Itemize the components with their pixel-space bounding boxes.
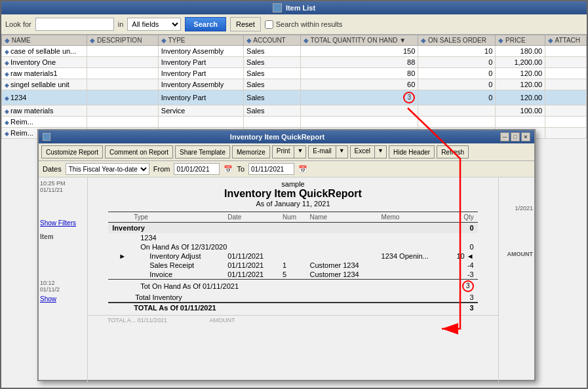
cell-type: Inventory Part [158,68,243,79]
dates-period-select[interactable]: This Fiscal Year-to-date This Month Cust… [66,163,149,175]
show-label: Show [40,295,86,303]
email-dropdown-arrow[interactable]: ▼ [336,146,347,158]
cell-account: Sales [244,46,301,57]
from-label: From [153,165,170,173]
tot-qty-circled: 3 [462,280,474,292]
invoice-type: Invoice [130,270,224,280]
cell-sales-order: 0 [418,90,496,105]
cell-sales-order [418,105,496,117]
table-row[interactable]: ◆1234 Inventory Part Sales 3 0 120.00 [2,90,587,105]
modal-toolbar: Customize Report Comment on Report Share… [39,143,534,161]
main-window: Item List Look for in All fields Name De… [0,0,588,389]
cell-qty: 80 [300,68,418,79]
adjust-memo: 1234 Openin... [378,251,446,261]
cell-type: Service [158,105,243,117]
grand-total-row: TOTAL As Of 01/11/2021 3 [108,303,477,312]
adjust-type: Inventory Adjust [130,251,224,261]
print-dropdown-arrow[interactable]: ▼ [294,146,305,158]
in-label: in [118,20,124,28]
search-within-checkbox[interactable] [265,20,273,29]
share-template-button[interactable]: Share Template [175,145,230,158]
email-split-button: E-mail ▼ [308,145,347,158]
cell-name: ◆1234 [2,90,87,105]
close-button[interactable]: × [521,132,530,141]
from-date-input[interactable] [174,163,220,175]
sales-receipt-type: Sales Receipt [130,261,224,270]
cell-attach [545,79,587,90]
adjust-qty: 10 ◄ [446,251,478,261]
table-row[interactable]: ◆Reim... [2,117,587,128]
look-for-input[interactable] [35,18,114,31]
cell-price [496,117,545,128]
cell-name: ◆raw materials1 [2,68,87,79]
cell-attach [545,46,587,57]
cell-name: ◆case of sellable un... [2,46,87,57]
show-filters-section: Show Filters [40,219,86,227]
excel-button[interactable]: Excel [351,146,375,158]
cell-description [87,46,159,57]
col-type-header [108,212,130,223]
cell-description [87,105,159,117]
cell-name: ◆Inventory One [2,57,87,68]
quickreport-modal: Inventory Item QuickReport ─ □ × Customi… [37,129,536,381]
calendar-from-icon[interactable]: 📅 [224,165,233,174]
print-button[interactable]: Print [273,146,295,158]
calendar-to-icon[interactable]: 📅 [298,165,307,174]
col-qty-header: Qty [446,212,478,223]
table-row[interactable]: ◆raw materials Service Sales 100.00 [2,105,587,117]
refresh-button[interactable]: Refresh [437,145,469,158]
on-hand-label: On Hand As Of 12/31/2020 [130,242,446,251]
invoice-num: 5 [279,270,305,280]
cell-price: 180.00 [496,46,545,57]
cell-price: 120.00 [496,79,545,90]
cell-description [87,79,159,90]
modal-window-icon [43,133,50,141]
report-title: Inventory Item QuickReport [88,188,498,200]
hide-header-button[interactable]: Hide Header [389,145,435,158]
bottom-partial-row: TOTAL A... 01/11/2021 AMOUNT [88,315,498,325]
cell-account [244,117,301,128]
to-label: To [237,165,245,173]
timestamp-1: 10:25 PM 01/11/21 [40,180,86,193]
search-button[interactable]: Search [185,17,226,31]
cell-sales-order: 0 [418,57,496,68]
item-1234-row: 1234 [108,233,477,242]
col-header-attach: ◆ ATTACH [545,35,587,46]
excel-dropdown-arrow[interactable]: ▼ [375,146,386,158]
tot-on-hand-label: Tot On Hand As Of 01/11/2021 [130,280,446,293]
email-button[interactable]: E-mail [309,146,336,158]
tot-on-hand-qty: 3 [446,280,478,293]
table-row[interactable]: ◆raw materials1 Inventory Part Sales 80 … [2,68,587,79]
customize-report-button[interactable]: Customize Report [41,145,103,158]
cell-description [87,57,159,68]
table-row[interactable]: ◆case of sellable un... Inventory Assemb… [2,46,587,57]
cell-type: Inventory Part [158,57,243,68]
sales-receipt-date: 01/11/2021 [224,261,279,270]
to-date-input[interactable] [248,163,294,175]
cell-type [158,117,243,128]
comment-on-report-button[interactable]: Comment on Report [105,145,173,158]
cell-type: Inventory Assembly [158,46,243,57]
reset-button[interactable]: Reset [230,17,261,31]
cell-description [87,68,159,79]
show-filters-label[interactable]: Show Filters [40,219,76,227]
minimize-button[interactable]: ─ [500,132,509,141]
total-inventory-label: Total Inventory [130,293,446,303]
cell-account: Sales [244,68,301,79]
sales-receipt-row: Sales Receipt 01/11/2021 1 Customer 1234… [108,261,477,270]
cell-account: Sales [244,79,301,90]
memorize-button[interactable]: Memorize [232,145,270,158]
right-panel: 1/2021 AMOUNT [498,177,534,382]
item-list-table: ◆ NAME ◆ DESCRIPTION ◆ TYPE ◆ ACCOUNT ◆ … [1,35,587,139]
cell-description [87,90,159,105]
table-row[interactable]: ◆Inventory One Inventory Part Sales 88 0… [2,57,587,68]
col-type-label: Type [130,212,224,223]
table-row[interactable]: ◆singel sellable unit Inventory Assembly… [2,79,587,90]
maximize-button[interactable]: □ [511,132,520,141]
cell-attach [545,90,587,105]
col-header-type: ◆ TYPE [158,35,243,46]
cell-attach [545,128,587,139]
fields-select[interactable]: All fields Name Description [127,18,181,31]
grand-total-label: TOTAL As Of 01/11/2021 [130,303,446,312]
main-toolbar: Look for in All fields Name Description … [1,14,587,35]
